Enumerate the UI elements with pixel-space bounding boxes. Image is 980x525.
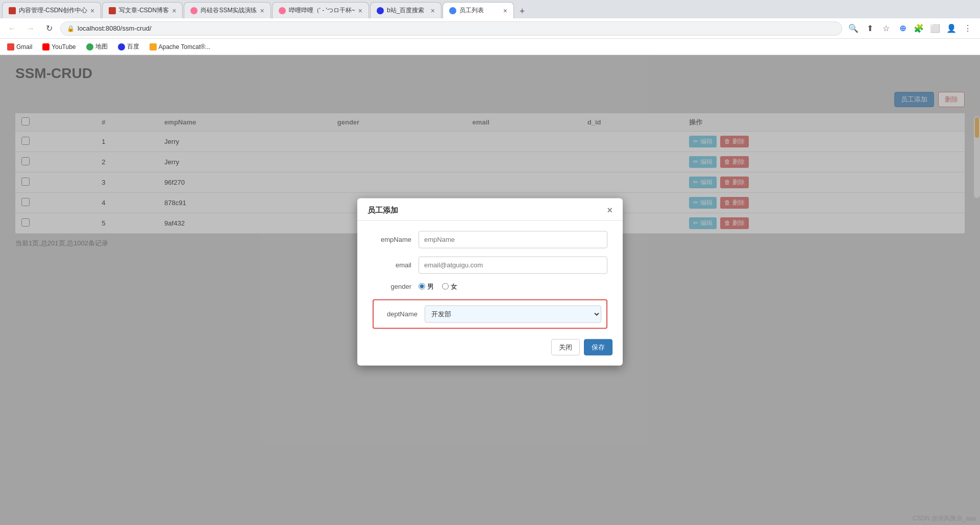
tab-baidu[interactable]: b站_百度搜索 × — [370, 2, 442, 18]
tab-label-bili2: 哔哩哔哩（' - 'つロ干杯~ — [289, 6, 355, 15]
chrome-icon[interactable]: ⊕ — [895, 21, 910, 36]
gender-female-label: 女 — [451, 282, 457, 291]
tab-label-baidu: b站_百度搜索 — [387, 6, 428, 15]
tab-bili2[interactable]: 哔哩哔哩（' - 'つロ干杯~ × — [272, 2, 369, 18]
nav-bar: ← → ↻ 🔒 localhost:8080/ssm-crud/ 🔍 ⬆ ☆ ⊕… — [0, 18, 980, 39]
bookmark-gmail[interactable]: Gmail — [5, 42, 34, 52]
tab-favicon-csdn2 — [109, 7, 116, 14]
tab-close-bili2[interactable]: × — [358, 7, 362, 15]
browser-window: 内容管理-CSDN创作中心 × 写文章-CSDN博客 × 尚硅谷SSM实战演练 … — [0, 0, 980, 525]
youtube-icon — [42, 43, 50, 51]
deptname-select[interactable]: 开发部 测试部 运维部 — [425, 305, 601, 322]
gmail-icon — [7, 43, 14, 51]
tab-favicon-emp — [449, 7, 456, 14]
extensions-icon[interactable]: 🧩 — [912, 21, 926, 36]
bookmarks-bar: Gmail YouTube 地图 百度 Apache Tomcat®... — [0, 39, 980, 55]
gender-male-option[interactable]: 男 — [419, 282, 434, 291]
form-group-empname: empName — [373, 231, 607, 248]
back-button[interactable]: ← — [5, 21, 19, 36]
bookmark-maps-label: 地图 — [95, 42, 108, 51]
tab-close-csdn1[interactable]: × — [90, 7, 94, 15]
tab-close-csdn2[interactable]: × — [172, 7, 176, 15]
empname-label: empName — [373, 236, 419, 243]
add-employee-modal: 员工添加 × empName email gender — [357, 198, 623, 365]
tab-close-emp[interactable]: × — [503, 7, 507, 15]
gender-female-option[interactable]: 女 — [442, 282, 457, 291]
form-group-deptname: deptName 开发部 测试部 运维部 — [373, 299, 607, 329]
tab-favicon-csdn1 — [9, 7, 16, 14]
form-group-email: email — [373, 256, 607, 273]
tab-close-baidu[interactable]: × — [431, 7, 435, 15]
modal-header: 员工添加 × — [357, 198, 623, 220]
form-group-gender: gender 男 女 — [373, 282, 607, 291]
deptname-label: deptName — [379, 310, 425, 318]
tab-favicon-baidu — [377, 7, 384, 14]
bookmark-baidu[interactable]: 百度 — [116, 41, 141, 52]
tab-label-emp: 员工列表 — [459, 6, 500, 15]
modal-close-button[interactable]: 关闭 — [551, 339, 580, 355]
gender-male-label: 男 — [427, 282, 434, 291]
empname-input[interactable] — [419, 231, 607, 248]
modal-title: 员工添加 — [368, 205, 398, 215]
address-bar[interactable]: 🔒 localhost:8080/ssm-crud/ — [60, 21, 842, 36]
gender-male-radio[interactable] — [419, 283, 425, 290]
gender-radio-group: 男 女 — [419, 282, 457, 291]
search-icon[interactable]: 🔍 — [846, 21, 861, 36]
bookmark-gmail-label: Gmail — [16, 43, 32, 51]
gender-female-radio[interactable] — [442, 283, 449, 290]
bookmark-tomcat[interactable]: Apache Tomcat®... — [148, 42, 212, 52]
tab-csdn1[interactable]: 内容管理-CSDN创作中心 × — [2, 2, 101, 18]
bookmark-youtube-label: YouTube — [52, 43, 76, 51]
tab-close-bili1[interactable]: × — [260, 7, 264, 15]
tomcat-icon — [150, 43, 157, 51]
modal-body: empName email gender 男 — [357, 220, 623, 339]
tab-label-csdn2: 写文章-CSDN博客 — [119, 6, 169, 15]
email-label: email — [373, 261, 419, 269]
address-text: localhost:8080/ssm-crud/ — [78, 24, 152, 32]
modal-footer: 关闭 保存 — [357, 339, 623, 355]
modal-save-button[interactable]: 保存 — [584, 339, 612, 355]
maps-icon — [86, 43, 93, 51]
tab-favicon-bili1 — [190, 7, 198, 14]
tab-label-csdn1: 内容管理-CSDN创作中心 — [19, 6, 87, 15]
refresh-button[interactable]: ↻ — [42, 21, 56, 36]
nav-icons: 🔍 ⬆ ☆ ⊕ 🧩 ⬜ 👤 ⋮ — [846, 21, 975, 36]
profile-icon[interactable]: 👤 — [944, 21, 959, 36]
bookmark-baidu-label: 百度 — [127, 42, 139, 51]
tabs-row: 内容管理-CSDN创作中心 × 写文章-CSDN博客 × 尚硅谷SSM实战演练 … — [0, 0, 980, 18]
tab-bili1[interactable]: 尚硅谷SSM实战演练 × — [184, 2, 271, 18]
modal-close-icon[interactable]: × — [607, 206, 612, 215]
menu-icon[interactable]: ⋮ — [961, 21, 975, 36]
share-icon[interactable]: ⬆ — [863, 21, 877, 36]
bookmark-maps[interactable]: 地图 — [84, 41, 110, 52]
window-icon[interactable]: ⬜ — [928, 21, 942, 36]
bookmark-youtube[interactable]: YouTube — [40, 42, 78, 52]
page-content: SSM-CRUD 员工添加 删除 # empName gender email — [0, 55, 980, 525]
tab-label-bili1: 尚硅谷SSM实战演练 — [201, 6, 257, 15]
lock-icon: 🔒 — [67, 25, 75, 32]
baidu-icon — [118, 43, 125, 51]
tab-csdn2[interactable]: 写文章-CSDN博客 × — [102, 2, 183, 18]
tab-favicon-bili2 — [279, 7, 286, 14]
bookmark-tomcat-label: Apache Tomcat®... — [159, 43, 210, 51]
tab-emp[interactable]: 员工列表 × — [443, 2, 514, 18]
forward-button[interactable]: → — [23, 21, 38, 36]
gender-label: gender — [373, 283, 419, 290]
email-input[interactable] — [419, 256, 607, 273]
bookmark-star-icon[interactable]: ☆ — [879, 21, 893, 36]
new-tab-button[interactable]: + — [515, 4, 529, 18]
